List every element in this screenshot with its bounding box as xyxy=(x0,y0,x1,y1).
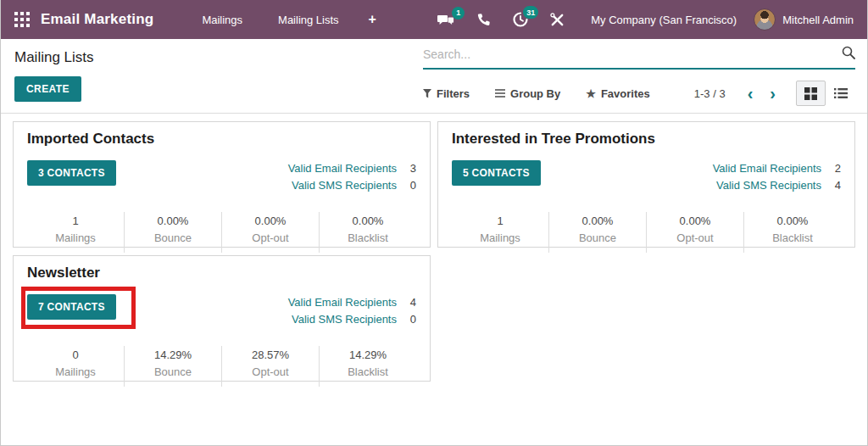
stat-bounce: 0.00%Bounce xyxy=(124,212,221,253)
group-by-icon xyxy=(495,89,505,98)
apps-grid-icon[interactable] xyxy=(14,12,30,27)
list-view-button[interactable] xyxy=(826,81,855,106)
valid-email-recipients-value: 2 xyxy=(829,160,841,177)
stat-blacklist: 0.00%Blacklist xyxy=(319,212,416,253)
main-menu: Mailings Mailing Lists + xyxy=(184,12,388,27)
search-icon[interactable] xyxy=(842,46,855,63)
card-stats-row: 1Mailings 0.00%Bounce 0.00%Opt-out 0.00%… xyxy=(452,212,841,253)
page-title: Mailing Lists xyxy=(14,49,423,66)
kanban-icon xyxy=(804,87,817,100)
stat-bounce: 0.00%Bounce xyxy=(548,212,646,253)
menu-mailing-lists[interactable]: Mailing Lists xyxy=(260,14,357,26)
messages-icon[interactable]: 1 xyxy=(426,13,465,27)
list-icon xyxy=(834,87,848,99)
card-title: Interested in Tree Promotions xyxy=(452,131,841,148)
valid-sms-recipients-link[interactable]: Valid SMS Recipients xyxy=(292,179,397,192)
activities-clock-icon[interactable]: 31 xyxy=(502,12,539,27)
valid-email-recipients-link[interactable]: Valid Email Recipients xyxy=(288,162,397,175)
tools-icon[interactable] xyxy=(539,13,576,27)
search-bar xyxy=(423,46,855,70)
search-input[interactable] xyxy=(423,47,842,61)
top-navbar: Email Marketing Mailings Mailing Lists +… xyxy=(1,0,867,39)
contacts-button[interactable]: 5 CONTACTS xyxy=(452,160,541,186)
recipients-block: Valid Email Recipients2 Valid SMS Recipi… xyxy=(713,160,841,194)
favorites-button[interactable]: ★ Favorites xyxy=(586,87,649,100)
stat-blacklist: 0.00%Blacklist xyxy=(743,212,841,253)
stat-blacklist: 14.29%Blacklist xyxy=(319,346,416,387)
activities-badge: 31 xyxy=(523,6,538,19)
card-title: Newsletter xyxy=(27,265,416,282)
mailing-list-card[interactable]: Interested in Tree Promotions 5 CONTACTS… xyxy=(437,121,855,248)
contacts-button-wrap: 7 CONTACTS xyxy=(27,294,116,319)
plus-menu-icon[interactable]: + xyxy=(357,12,388,27)
mailing-list-card[interactable]: Imported Contacts 3 CONTACTS Valid Email… xyxy=(13,121,431,248)
filters-button[interactable]: Filters xyxy=(423,87,470,100)
valid-sms-recipients-value: 4 xyxy=(829,177,841,194)
valid-sms-recipients-value: 0 xyxy=(404,177,416,194)
view-switcher xyxy=(796,81,855,106)
pager-range: 1-3 / 3 xyxy=(694,87,726,100)
filter-funnel-icon xyxy=(423,89,431,98)
recipients-block: Valid Email Recipients4 Valid SMS Recipi… xyxy=(288,294,416,328)
valid-sms-recipients-link[interactable]: Valid SMS Recipients xyxy=(716,179,821,192)
valid-email-recipients-value: 4 xyxy=(404,294,416,311)
valid-email-recipients-link[interactable]: Valid Email Recipients xyxy=(288,296,397,309)
contacts-button[interactable]: 7 CONTACTS xyxy=(27,294,116,320)
create-button[interactable]: CREATE xyxy=(14,76,81,102)
company-switcher[interactable]: My Company (San Francisco) xyxy=(591,14,737,26)
pager-previous-icon[interactable]: ‹ xyxy=(739,87,762,99)
contacts-button[interactable]: 3 CONTACTS xyxy=(27,160,116,186)
phone-icon[interactable] xyxy=(465,13,502,27)
menu-mailings[interactable]: Mailings xyxy=(184,14,260,26)
stat-bounce: 14.29%Bounce xyxy=(124,346,221,387)
stat-mailings: 0Mailings xyxy=(27,346,124,387)
control-panel: Mailing Lists CREATE Filters Group By xyxy=(1,39,867,114)
valid-sms-recipients-value: 0 xyxy=(404,311,416,328)
recipients-block: Valid Email Recipients3 Valid SMS Recipi… xyxy=(288,160,416,194)
mailing-list-card[interactable]: Newsletter 7 CONTACTS Valid Email Recipi… xyxy=(13,255,431,382)
card-stats-row: 1Mailings 0.00%Bounce 0.00%Opt-out 0.00%… xyxy=(27,212,416,253)
user-avatar[interactable] xyxy=(754,8,776,31)
card-stats-row: 0Mailings 14.29%Bounce 28.57%Opt-out 14.… xyxy=(27,346,416,387)
app-title[interactable]: Email Marketing xyxy=(41,11,153,28)
stat-mailings: 1Mailings xyxy=(452,212,548,253)
star-icon: ★ xyxy=(586,87,596,100)
email-marketing-app: Email Marketing Mailings Mailing Lists +… xyxy=(0,0,868,446)
pager-next-icon[interactable]: › xyxy=(761,87,784,99)
messages-badge: 1 xyxy=(452,7,465,20)
group-by-button[interactable]: Group By xyxy=(495,87,560,100)
stat-opt-out: 0.00%Opt-out xyxy=(221,212,319,253)
valid-email-recipients-value: 3 xyxy=(404,160,416,177)
kanban-view-button[interactable] xyxy=(796,81,826,106)
contacts-button-wrap: 5 CONTACTS xyxy=(452,160,541,185)
valid-sms-recipients-link[interactable]: Valid SMS Recipients xyxy=(292,313,397,326)
valid-email-recipients-link[interactable]: Valid Email Recipients xyxy=(713,162,821,175)
user-menu[interactable]: Mitchell Admin xyxy=(782,14,854,26)
stat-opt-out: 0.00%Opt-out xyxy=(646,212,743,253)
mailing-lists-kanban: Imported Contacts 3 CONTACTS Valid Email… xyxy=(1,114,867,389)
stat-mailings: 1Mailings xyxy=(27,212,124,253)
filter-toolbar: Filters Group By ★ Favorites 1-3 / 3 ‹ › xyxy=(423,81,855,106)
contacts-button-wrap: 3 CONTACTS xyxy=(27,160,116,185)
card-title: Imported Contacts xyxy=(27,131,416,148)
stat-opt-out: 28.57%Opt-out xyxy=(221,346,319,387)
